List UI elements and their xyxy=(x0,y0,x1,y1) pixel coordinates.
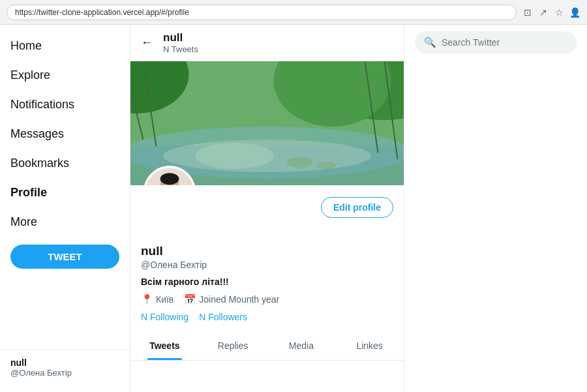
main-content: ← null N Tweets xyxy=(130,25,404,392)
svg-point-16 xyxy=(160,173,179,185)
profile-handle: @Олена Бехтір xyxy=(141,260,393,270)
sidebar-user-handle: @Олена Бехтір xyxy=(10,368,119,378)
profile-location: 📍 Київ xyxy=(141,294,173,305)
search-box[interactable]: 🔍 xyxy=(415,31,577,53)
sidebar-user-name: null xyxy=(10,357,119,368)
header-info: null N Tweets xyxy=(163,31,198,54)
tab-linkes[interactable]: Linkes xyxy=(335,331,404,360)
notifications-label: Notifications xyxy=(10,98,74,112)
profile-stats: N Following N Followers xyxy=(141,312,393,322)
location-icon: 📍 xyxy=(141,294,153,305)
sidebar-item-explore[interactable]: Explore xyxy=(0,61,130,90)
profile-joined: 📅 Joined Mounth year xyxy=(184,294,279,305)
star-icon[interactable]: ☆ xyxy=(553,7,565,18)
profile-actions: Edit profile xyxy=(130,190,404,224)
sidebar-item-messages[interactable]: Messages xyxy=(0,119,130,149)
sidebar-item-notifications[interactable]: Notifications xyxy=(0,90,130,119)
right-panel: 🔍 xyxy=(404,25,587,392)
browser-icons: ⊡ ↗ ☆ 👤 xyxy=(522,7,580,18)
app-layout: Home Explore Notifications Messages Book… xyxy=(0,25,587,392)
sidebar-nav: Home Explore Notifications Messages Book… xyxy=(0,31,130,237)
sidebar-item-home[interactable]: Home xyxy=(0,31,130,61)
tab-media[interactable]: Media xyxy=(267,331,336,360)
sidebar-item-profile[interactable]: Profile xyxy=(0,178,130,207)
search-icon: 🔍 xyxy=(424,37,436,48)
more-label: More xyxy=(10,215,37,229)
profile-banner xyxy=(130,61,404,185)
sidebar-item-more[interactable]: More xyxy=(0,207,130,237)
profile-bio: Всім гарного літа!!! xyxy=(141,277,393,287)
tab-tweets[interactable]: Tweets xyxy=(130,331,199,360)
explore-label: Explore xyxy=(10,68,50,82)
following-link[interactable]: N Following xyxy=(141,312,188,322)
browser-chrome: https://twitter-clone-application.vercel… xyxy=(0,0,587,25)
profile-icon[interactable]: 👤 xyxy=(569,7,580,18)
calendar-icon: 📅 xyxy=(184,294,196,305)
svg-point-12 xyxy=(316,162,336,170)
profile-body: null @Олена Бехтір Всім гарного літа!!! … xyxy=(130,244,404,322)
profile-name: null xyxy=(141,244,393,258)
search-input[interactable] xyxy=(442,37,567,48)
edit-profile-button[interactable]: Edit profile xyxy=(321,197,393,218)
home-label: Home xyxy=(10,39,42,53)
location-text: Київ xyxy=(156,294,173,305)
sidebar-user: null @Олена Бехтір xyxy=(0,349,130,385)
followers-link[interactable]: N Followers xyxy=(199,312,247,322)
sidebar: Home Explore Notifications Messages Book… xyxy=(0,25,130,392)
bookmarks-label: Bookmarks xyxy=(10,157,69,170)
cast-icon[interactable]: ⊡ xyxy=(522,7,534,18)
svg-point-13 xyxy=(196,143,274,169)
profile-tabs: Tweets Replies Media Linkes xyxy=(130,331,404,361)
tweet-button[interactable]: TWEET xyxy=(10,245,119,269)
profile-label: Profile xyxy=(10,186,47,200)
profile-meta: 📍 Київ 📅 Joined Mounth year xyxy=(141,294,393,305)
messages-label: Messages xyxy=(10,127,64,141)
url-bar[interactable]: https://twitter-clone-application.vercel… xyxy=(7,5,517,20)
header-tweets: N Tweets xyxy=(163,44,198,54)
svg-point-11 xyxy=(287,157,313,168)
sidebar-item-bookmarks[interactable]: Bookmarks xyxy=(0,149,130,178)
profile-header-top: ← null N Tweets xyxy=(130,25,404,61)
share-icon[interactable]: ↗ xyxy=(537,7,549,18)
tab-replies[interactable]: Replies xyxy=(199,331,267,360)
url-text: https://twitter-clone-application.vercel… xyxy=(15,8,189,17)
back-button[interactable]: ← xyxy=(141,36,153,50)
joined-text: Joined Mounth year xyxy=(199,294,279,305)
header-name: null xyxy=(163,31,198,44)
